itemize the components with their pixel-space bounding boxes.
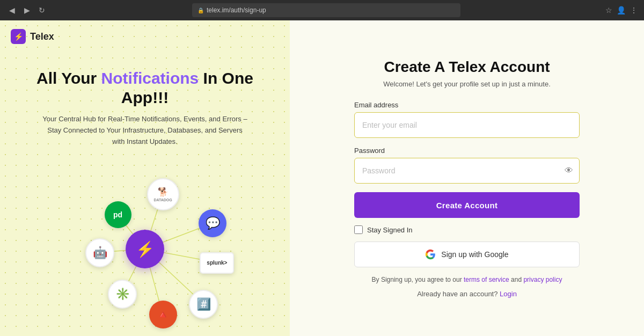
center-telex-icon: ⚡ (126, 230, 164, 268)
datadog-icon: 🐕 DATADOG (147, 178, 179, 210)
url-text: telex.im/auth/sign-up (207, 6, 266, 14)
hero-title: All Your Notifications In One App!!! (32, 69, 258, 107)
privacy-link[interactable]: privacy policy (523, 276, 562, 283)
google-icon (425, 249, 436, 260)
form-subtitle: Welcome! Let's get your profile set up i… (354, 80, 580, 88)
password-wrapper: 👁 (354, 158, 580, 184)
hero-section: All Your Notifications In One App!!! You… (0, 53, 290, 158)
hero-subtitle: Your Central Hub for Real-Time Notificat… (32, 114, 258, 147)
terms-link[interactable]: terms of service (464, 276, 509, 283)
app-container: ⚡ Telex All Your Notifications In One Ap… (0, 20, 644, 336)
login-prefix: Already have an account? (417, 290, 500, 298)
password-input[interactable] (354, 158, 580, 184)
google-signup-button[interactable]: Sign up with Google (354, 242, 580, 267)
star-button[interactable]: ☆ (605, 6, 612, 14)
logo-text: Telex (30, 31, 54, 42)
login-link[interactable]: Login (500, 290, 517, 298)
password-label: Password (354, 147, 580, 155)
stay-signed-in-checkbox[interactable] (354, 225, 363, 234)
email-group: Email address (354, 101, 580, 138)
menu-button[interactable]: ⋮ (630, 6, 638, 14)
password-group: Password 👁 (354, 147, 580, 184)
form-title: Create A Telex Account (354, 59, 580, 76)
logo-bolt-icon: ⚡ (14, 32, 23, 41)
eye-icon: 👁 (565, 166, 573, 175)
browser-actions: ☆ 👤 ⋮ (605, 6, 638, 14)
password-toggle-button[interactable]: 👁 (565, 166, 573, 176)
stay-signed-in-label[interactable]: Stay Signed In (367, 226, 413, 234)
network-diagram: ⚡ 🐕 DATADOG 💬 pd 🤖 splunk> (32, 163, 258, 335)
terms-prefix: By Signing up, you agree to our (372, 276, 464, 283)
stay-signed-in-group: Stay Signed In (354, 225, 580, 234)
left-panel: ⚡ Telex All Your Notifications In One Ap… (0, 20, 290, 336)
profile-button[interactable]: 👤 (617, 6, 626, 14)
pd-icon: pd (105, 201, 131, 228)
sentry-icon: 🔺 (149, 301, 177, 328)
logo-icon: ⚡ (11, 29, 26, 44)
slack-icon: #️⃣ (189, 290, 218, 319)
email-input[interactable] (354, 112, 580, 138)
terms-text: By Signing up, you agree to our terms of… (354, 276, 580, 283)
buddy-icon: 🤖 (85, 238, 114, 267)
forward-button[interactable]: ▶ (21, 5, 32, 16)
google-btn-label: Sign up with Google (441, 250, 508, 259)
splunk-icon: splunk> (200, 252, 234, 274)
signup-form: Create A Telex Account Welcome! Let's ge… (354, 59, 580, 298)
browser-chrome: ◀ ▶ ↻ 🔒 telex.im/auth/sign-up ☆ 👤 ⋮ (0, 0, 644, 20)
hero-title-highlight: Notifications (101, 69, 199, 87)
refresh-button[interactable]: ↻ (36, 5, 47, 16)
address-bar[interactable]: 🔒 telex.im/auth/sign-up (192, 3, 460, 17)
logo: ⚡ Telex (0, 20, 290, 53)
back-button[interactable]: ◀ (6, 5, 17, 16)
login-text: Already have an account? Login (354, 290, 580, 298)
lock-icon: 🔒 (197, 8, 204, 13)
right-panel: Create A Telex Account Welcome! Let's ge… (290, 20, 644, 336)
asterisk-icon: ✳️ (108, 280, 137, 309)
create-account-button[interactable]: Create Account (354, 192, 580, 218)
email-label: Email address (354, 101, 580, 109)
terms-and: and (509, 276, 524, 283)
hero-title-prefix: All Your (36, 69, 101, 87)
discord-icon: 💬 (199, 209, 226, 237)
